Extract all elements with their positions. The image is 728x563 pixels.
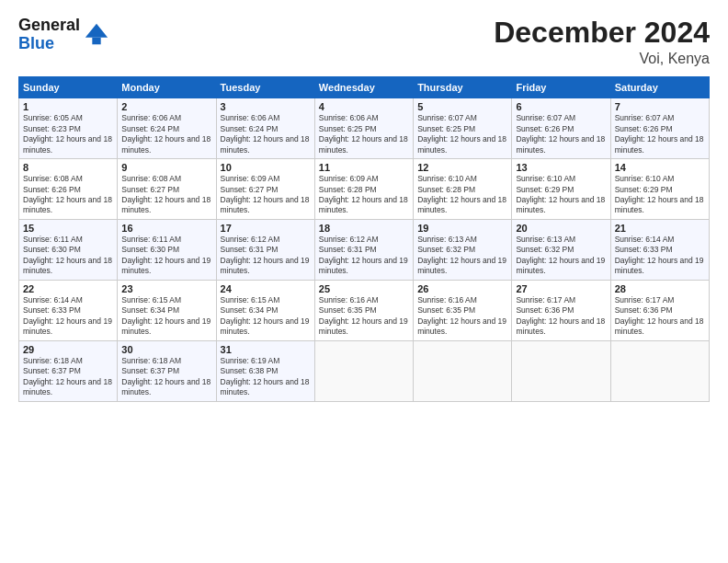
col-wednesday: Wednesday xyxy=(314,77,413,98)
table-cell: 8 Sunrise: 6:08 AM Sunset: 6:26 PM Dayli… xyxy=(19,159,118,220)
day-info: Sunrise: 6:06 AM Sunset: 6:24 PM Dayligh… xyxy=(121,113,211,155)
col-tuesday: Tuesday xyxy=(216,77,314,98)
day-info: Sunrise: 6:13 AM Sunset: 6:32 PM Dayligh… xyxy=(516,235,606,277)
day-info: Sunrise: 6:18 AM Sunset: 6:37 PM Dayligh… xyxy=(121,356,211,398)
table-cell: 20 Sunrise: 6:13 AM Sunset: 6:32 PM Dayl… xyxy=(512,219,610,280)
day-number: 20 xyxy=(516,223,606,234)
day-number: 18 xyxy=(319,223,409,234)
calendar-week-2: 8 Sunrise: 6:08 AM Sunset: 6:26 PM Dayli… xyxy=(19,159,710,220)
day-info: Sunrise: 6:09 AM Sunset: 6:28 PM Dayligh… xyxy=(319,174,409,216)
day-info: Sunrise: 6:12 AM Sunset: 6:31 PM Dayligh… xyxy=(221,235,311,277)
day-info: Sunrise: 6:10 AM Sunset: 6:29 PM Dayligh… xyxy=(516,174,606,216)
day-number: 22 xyxy=(23,283,113,294)
table-cell: 12 Sunrise: 6:10 AM Sunset: 6:28 PM Dayl… xyxy=(414,159,512,220)
day-info: Sunrise: 6:14 AM Sunset: 6:33 PM Dayligh… xyxy=(615,235,705,277)
logo-icon xyxy=(84,22,109,48)
day-info: Sunrise: 6:08 AM Sunset: 6:26 PM Dayligh… xyxy=(23,174,113,216)
table-cell: 26 Sunrise: 6:16 AM Sunset: 6:35 PM Dayl… xyxy=(414,280,512,340)
day-number: 2 xyxy=(121,101,211,112)
title-area: December 2024 Voi, Kenya xyxy=(494,17,710,67)
day-info: Sunrise: 6:12 AM Sunset: 6:31 PM Dayligh… xyxy=(319,235,409,277)
svg-rect-1 xyxy=(92,38,100,44)
table-cell xyxy=(414,340,512,401)
day-info: Sunrise: 6:06 AM Sunset: 6:24 PM Dayligh… xyxy=(221,113,311,155)
day-info: Sunrise: 6:07 AM Sunset: 6:25 PM Dayligh… xyxy=(417,113,507,155)
table-cell: 21 Sunrise: 6:14 AM Sunset: 6:33 PM Dayl… xyxy=(610,219,709,280)
day-number: 28 xyxy=(615,283,705,294)
table-cell: 13 Sunrise: 6:10 AM Sunset: 6:29 PM Dayl… xyxy=(512,159,610,220)
table-cell: 6 Sunrise: 6:07 AM Sunset: 6:26 PM Dayli… xyxy=(512,98,610,159)
day-info: Sunrise: 6:05 AM Sunset: 6:23 PM Dayligh… xyxy=(23,113,113,155)
day-number: 3 xyxy=(221,101,311,112)
table-cell: 11 Sunrise: 6:09 AM Sunset: 6:28 PM Dayl… xyxy=(314,159,413,220)
calendar-week-3: 15 Sunrise: 6:11 AM Sunset: 6:30 PM Dayl… xyxy=(19,219,710,280)
day-info: Sunrise: 6:16 AM Sunset: 6:35 PM Dayligh… xyxy=(319,295,409,338)
day-info: Sunrise: 6:19 AM Sunset: 6:38 PM Dayligh… xyxy=(221,356,311,398)
table-cell xyxy=(512,340,610,401)
month-title: December 2024 xyxy=(494,17,710,49)
day-info: Sunrise: 6:15 AM Sunset: 6:34 PM Dayligh… xyxy=(121,295,211,338)
table-cell: 2 Sunrise: 6:06 AM Sunset: 6:24 PM Dayli… xyxy=(118,98,216,159)
table-cell: 5 Sunrise: 6:07 AM Sunset: 6:25 PM Dayli… xyxy=(414,98,512,159)
calendar-header-row: Sunday Monday Tuesday Wednesday Thursday… xyxy=(19,77,710,98)
table-cell xyxy=(610,340,709,401)
day-number: 11 xyxy=(319,162,409,173)
day-number: 16 xyxy=(121,223,211,234)
day-number: 5 xyxy=(417,101,507,112)
calendar-week-4: 22 Sunrise: 6:14 AM Sunset: 6:33 PM Dayl… xyxy=(19,280,710,340)
col-monday: Monday xyxy=(118,77,216,98)
table-cell: 3 Sunrise: 6:06 AM Sunset: 6:24 PM Dayli… xyxy=(216,98,314,159)
day-info: Sunrise: 6:10 AM Sunset: 6:28 PM Dayligh… xyxy=(417,174,507,216)
table-cell: 28 Sunrise: 6:17 AM Sunset: 6:36 PM Dayl… xyxy=(610,280,709,340)
table-cell: 15 Sunrise: 6:11 AM Sunset: 6:30 PM Dayl… xyxy=(19,219,118,280)
day-number: 4 xyxy=(319,101,409,112)
day-number: 19 xyxy=(417,223,507,234)
table-cell: 1 Sunrise: 6:05 AM Sunset: 6:23 PM Dayli… xyxy=(19,98,118,159)
day-number: 27 xyxy=(516,283,606,294)
table-cell: 18 Sunrise: 6:12 AM Sunset: 6:31 PM Dayl… xyxy=(314,219,413,280)
table-cell: 22 Sunrise: 6:14 AM Sunset: 6:33 PM Dayl… xyxy=(19,280,118,340)
calendar-week-1: 1 Sunrise: 6:05 AM Sunset: 6:23 PM Dayli… xyxy=(19,98,710,159)
day-number: 6 xyxy=(516,101,606,112)
table-cell: 29 Sunrise: 6:18 AM Sunset: 6:37 PM Dayl… xyxy=(19,340,118,401)
day-number: 29 xyxy=(23,344,113,355)
day-info: Sunrise: 6:10 AM Sunset: 6:29 PM Dayligh… xyxy=(615,174,705,216)
day-number: 24 xyxy=(221,283,311,294)
table-cell: 16 Sunrise: 6:11 AM Sunset: 6:30 PM Dayl… xyxy=(118,219,216,280)
col-friday: Friday xyxy=(512,77,610,98)
calendar-table: Sunday Monday Tuesday Wednesday Thursday… xyxy=(18,76,710,401)
location: Voi, Kenya xyxy=(494,51,710,67)
table-cell: 27 Sunrise: 6:17 AM Sunset: 6:36 PM Dayl… xyxy=(512,280,610,340)
day-number: 10 xyxy=(221,162,311,173)
table-cell: 17 Sunrise: 6:12 AM Sunset: 6:31 PM Dayl… xyxy=(216,219,314,280)
day-number: 31 xyxy=(221,344,311,355)
table-cell: 30 Sunrise: 6:18 AM Sunset: 6:37 PM Dayl… xyxy=(118,340,216,401)
day-number: 13 xyxy=(516,162,606,173)
day-number: 25 xyxy=(319,283,409,294)
table-cell: 24 Sunrise: 6:15 AM Sunset: 6:34 PM Dayl… xyxy=(216,280,314,340)
day-info: Sunrise: 6:11 AM Sunset: 6:30 PM Dayligh… xyxy=(121,235,211,277)
day-info: Sunrise: 6:16 AM Sunset: 6:35 PM Dayligh… xyxy=(417,295,507,338)
logo-blue: Blue xyxy=(18,35,80,53)
day-info: Sunrise: 6:18 AM Sunset: 6:37 PM Dayligh… xyxy=(23,356,113,398)
table-cell: 4 Sunrise: 6:06 AM Sunset: 6:25 PM Dayli… xyxy=(314,98,413,159)
logo-general: General xyxy=(18,17,80,35)
day-number: 14 xyxy=(615,162,705,173)
svg-marker-0 xyxy=(85,24,108,38)
day-number: 30 xyxy=(121,344,211,355)
day-info: Sunrise: 6:15 AM Sunset: 6:34 PM Dayligh… xyxy=(221,295,311,338)
table-cell xyxy=(314,340,413,401)
logo: General Blue xyxy=(18,17,109,53)
day-info: Sunrise: 6:07 AM Sunset: 6:26 PM Dayligh… xyxy=(615,113,705,155)
table-cell: 9 Sunrise: 6:08 AM Sunset: 6:27 PM Dayli… xyxy=(118,159,216,220)
day-number: 15 xyxy=(23,223,113,234)
day-number: 17 xyxy=(221,223,311,234)
day-number: 8 xyxy=(23,162,113,173)
day-number: 23 xyxy=(121,283,211,294)
day-info: Sunrise: 6:14 AM Sunset: 6:33 PM Dayligh… xyxy=(23,295,113,338)
day-number: 21 xyxy=(615,223,705,234)
table-cell: 19 Sunrise: 6:13 AM Sunset: 6:32 PM Dayl… xyxy=(414,219,512,280)
calendar-week-5: 29 Sunrise: 6:18 AM Sunset: 6:37 PM Dayl… xyxy=(19,340,710,401)
day-number: 9 xyxy=(121,162,211,173)
day-number: 1 xyxy=(23,101,113,112)
